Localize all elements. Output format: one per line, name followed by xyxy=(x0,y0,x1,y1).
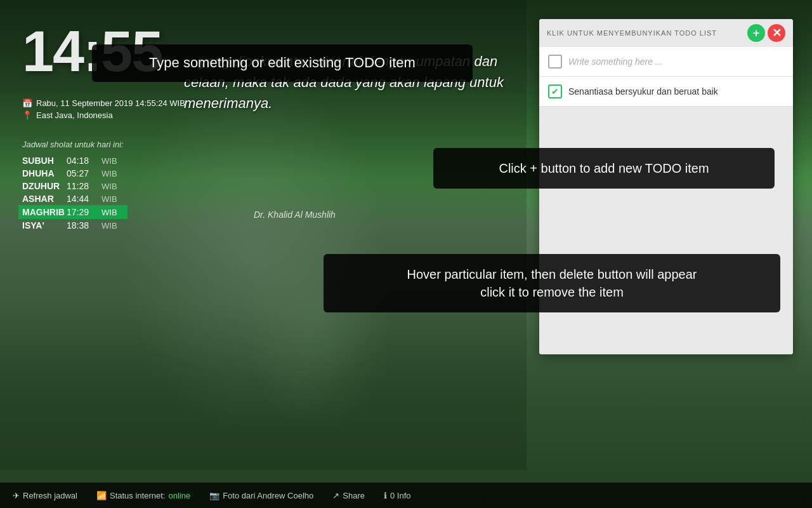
prayer-section: Jadwal sholat untuk hari ini: SUBUH 04:1… xyxy=(22,140,124,232)
calendar-icon: 📅 xyxy=(22,98,32,108)
date-line: 📅 Rabu, 11 September 2019 14:55:24 WIB xyxy=(22,98,185,108)
internet-label: Status internet: xyxy=(110,491,165,500)
prayer-tz: WIB xyxy=(102,194,117,204)
prayer-row-subuh: SUBUH 04:18 WIB xyxy=(22,154,124,167)
prayer-row-isya': ISYA' 18:38 WIB xyxy=(22,219,124,232)
share-item[interactable]: ↗ Share xyxy=(332,491,365,500)
todo-delete-button[interactable]: ✕ xyxy=(768,24,785,42)
internet-status-item: 📶 Status internet: online xyxy=(96,491,190,500)
prayer-row-ashar: ASHAR 14:44 WIB xyxy=(22,192,124,205)
prayer-name: DZUHUR xyxy=(22,181,67,191)
prayer-tz: WIB xyxy=(102,169,117,178)
prayer-rows: SUBUH 04:18 WIB DHUHA 05:27 WIB DZUHUR 1… xyxy=(22,154,124,232)
refresh-icon: ✈ xyxy=(13,491,20,500)
prayer-tz: WIB xyxy=(102,221,117,231)
todo-body xyxy=(539,47,793,107)
location-line: 📍 East Java, Indonesia xyxy=(22,110,185,120)
todo-text-input[interactable] xyxy=(568,57,784,67)
tooltip-hover: Hover particular item, then delete butto… xyxy=(324,254,780,312)
todo-item-checkbox[interactable] xyxy=(548,84,562,98)
prayer-time: 04:18 xyxy=(67,156,102,166)
todo-input-row xyxy=(539,47,793,77)
photo-label: Foto dari Andrew Coelho xyxy=(223,491,313,500)
photo-icon: 📷 xyxy=(209,491,219,500)
refresh-label: Refresh jadwal xyxy=(23,491,77,500)
todo-item-input[interactable] xyxy=(568,86,784,97)
tooltip-click: Click + button to add new TODO item xyxy=(433,148,775,189)
date-text: Rabu, 11 September 2019 14:55:24 WIB xyxy=(36,98,185,108)
todo-empty-area xyxy=(539,107,793,354)
wifi-icon: 📶 xyxy=(96,491,107,500)
prayer-label: Jadwal sholat untuk hari ini: xyxy=(22,140,124,149)
date-location: 📅 Rabu, 11 September 2019 14:55:24 WIB 📍… xyxy=(22,98,185,120)
quote-author: Dr. Khalid Al Mushlih xyxy=(254,210,336,220)
info-label: 0 Info xyxy=(390,491,411,500)
prayer-tz: WIB xyxy=(102,156,117,166)
internet-status-text: online xyxy=(168,491,190,500)
todo-add-button[interactable]: + xyxy=(747,24,765,42)
prayer-name: DHUHA xyxy=(22,168,67,178)
todo-header[interactable]: KLIK UNTUK MENYEMBUNYIKAN TODO LIST + ✕ xyxy=(539,19,793,47)
todo-items-list xyxy=(539,77,793,107)
share-label: Share xyxy=(343,491,365,500)
prayer-name: ISYA' xyxy=(22,220,67,231)
prayer-time: 14:44 xyxy=(67,194,102,204)
todo-actions: + ✕ xyxy=(747,24,785,42)
prayer-time: 18:38 xyxy=(67,220,102,231)
share-icon: ↗ xyxy=(332,491,339,500)
prayer-time: 05:27 xyxy=(67,168,102,178)
todo-list-item xyxy=(539,77,793,107)
info-item[interactable]: ℹ 0 Info xyxy=(384,491,411,500)
prayer-tz: WIB xyxy=(102,208,117,217)
info-icon: ℹ xyxy=(384,491,387,500)
tooltip-hover-text: Hover particular item, then delete butto… xyxy=(407,267,697,299)
prayer-name: MAGHRIB xyxy=(22,207,67,217)
prayer-row-dzuhur: DZUHUR 11:28 WIB xyxy=(22,180,124,192)
bottom-bar: ✈ Refresh jadwal 📶 Status internet: onli… xyxy=(0,483,812,508)
todo-header-label: KLIK UNTUK MENYEMBUNYIKAN TODO LIST xyxy=(547,29,717,37)
prayer-tz: WIB xyxy=(102,182,117,191)
tooltip-type: Type something or edit existing TODO ite… xyxy=(92,44,473,82)
prayer-row-dhuha: DHUHA 05:27 WIB xyxy=(22,167,124,180)
prayer-name: ASHAR xyxy=(22,194,67,204)
location-icon: 📍 xyxy=(22,110,32,120)
prayer-time: 17:29 xyxy=(67,207,102,217)
photo-item[interactable]: 📷 Foto dari Andrew Coelho xyxy=(209,491,313,500)
prayer-time: 11:28 xyxy=(67,181,102,191)
refresh-item[interactable]: ✈ Refresh jadwal xyxy=(13,491,77,500)
prayer-name: SUBUH xyxy=(22,156,67,166)
location-text: East Java, Indonesia xyxy=(36,110,113,120)
prayer-row-maghrib: MAGHRIB 17:29 WIB xyxy=(18,205,128,219)
todo-empty-checkbox[interactable] xyxy=(548,55,562,69)
